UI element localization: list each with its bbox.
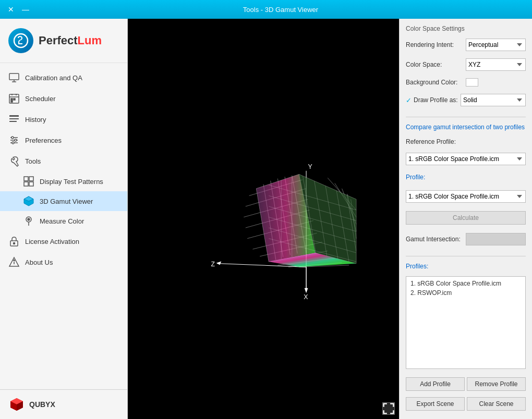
sidebar-label-license-activation: License Activation xyxy=(25,238,79,245)
color-space-row: Color Space: XYZ xyxy=(406,58,526,71)
scene-action-row: Export Scene Clear Scene xyxy=(406,397,526,411)
rendering-intent-select[interactable]: Perceptual xyxy=(466,39,526,51)
svg-text:X: X xyxy=(304,293,308,301)
export-scene-button[interactable]: Export Scene xyxy=(406,397,465,411)
svg-point-0 xyxy=(14,34,28,47)
background-color-label: Background Color: xyxy=(406,79,466,86)
svg-rect-21 xyxy=(29,177,33,181)
sidebar-item-preferences[interactable]: Preferences xyxy=(0,130,127,151)
sidebar-item-license-activation[interactable]: License Activation xyxy=(0,231,127,252)
titlebar: ✕ — Tools - 3D Gamut Viewer xyxy=(0,0,532,19)
profiles-list: 1. sRGB Color Space Profile.icm 2. RSWOP… xyxy=(406,276,526,369)
3d-viewer: Y Z X xyxy=(128,19,399,419)
profile-select[interactable]: 1. sRGB Color Space Profile.icm xyxy=(406,190,526,203)
compare-gamut-link[interactable]: Compare gamut intersection of two profil… xyxy=(406,124,526,131)
sidebar-item-measure-color[interactable]: Measure Color xyxy=(0,211,127,231)
svg-rect-20 xyxy=(24,177,28,181)
sidebar-item-about-us[interactable]: About Us xyxy=(0,252,127,273)
svg-point-18 xyxy=(15,139,17,141)
gamut-intersection-row: Gamut Intersection: xyxy=(406,233,526,245)
sidebar-label-calibration: Calibration and QA xyxy=(25,74,82,82)
logo-lum: Lum xyxy=(78,34,102,47)
svg-rect-12 xyxy=(9,118,19,119)
background-color-row: Background Color: xyxy=(406,78,526,87)
sidebar-item-3d-gamut-viewer[interactable]: 3D Gamut Viewer xyxy=(0,191,127,211)
reference-profile-label: Reference Profile: xyxy=(406,138,466,145)
right-panel: Color Space Settings Rendering Intent: P… xyxy=(399,19,532,419)
svg-rect-22 xyxy=(24,182,28,186)
svg-text:Y: Y xyxy=(308,163,312,170)
grid-icon xyxy=(23,176,34,187)
history-icon xyxy=(8,114,20,125)
sidebar-label-preferences: Preferences xyxy=(25,137,62,144)
qubyx-cube-icon xyxy=(8,396,25,413)
svg-point-19 xyxy=(12,142,14,144)
svg-rect-11 xyxy=(9,115,19,117)
logo-text: PerfectLum xyxy=(39,34,102,47)
profile-list-item-1[interactable]: 1. sRGB Color Space Profile.icm xyxy=(408,279,523,288)
svg-point-30 xyxy=(14,243,15,244)
gamut-intersection-value xyxy=(466,233,526,245)
svg-point-28 xyxy=(28,218,30,220)
reference-profile-row: Reference Profile: xyxy=(406,138,526,145)
svg-marker-41 xyxy=(216,261,222,265)
svg-rect-9 xyxy=(14,98,15,100)
lock-icon xyxy=(8,236,20,247)
logo-icon xyxy=(8,28,33,53)
sidebar-item-tools[interactable]: Tools xyxy=(0,151,127,171)
calculate-button[interactable]: Calculate xyxy=(406,211,526,225)
info-icon xyxy=(8,256,20,268)
sidebar-item-calibration[interactable]: Calibration and QA xyxy=(0,67,127,88)
minimize-button[interactable]: — xyxy=(21,5,30,14)
svg-rect-23 xyxy=(29,182,33,186)
svg-point-33 xyxy=(14,260,15,261)
profile-label: Profile: xyxy=(406,174,425,181)
qubyx-logo-area: QUBYX xyxy=(0,389,127,419)
draw-profile-row: ✓ Draw Profile as: Solid xyxy=(406,94,526,106)
add-profile-button[interactable]: Add Profile xyxy=(406,377,465,391)
reference-profile-dropdown-row: 1. sRGB Color Space Profile.icm xyxy=(406,153,526,165)
divider-2 xyxy=(406,256,526,256)
svg-rect-10 xyxy=(11,101,13,102)
fullscreen-button[interactable] xyxy=(382,402,395,415)
draw-profile-select[interactable]: Solid xyxy=(461,94,526,106)
sidebar-label-scheduler: Scheduler xyxy=(25,95,56,103)
sidebar-item-display-test-patterns[interactable]: Display Test Patterns xyxy=(0,171,127,191)
svg-rect-13 xyxy=(9,121,17,122)
calendar-icon xyxy=(8,93,20,104)
color-space-settings-title: Color Space Settings xyxy=(406,25,526,32)
eyedropper-icon xyxy=(23,215,34,227)
sidebar: PerfectLum Calibration and QA xyxy=(0,19,128,419)
rendering-intent-label: Rendering Intent: xyxy=(406,41,466,48)
color-space-label: Color Space: xyxy=(406,61,466,68)
tools-icon xyxy=(8,155,20,167)
sidebar-label-about-us: About Us xyxy=(25,258,53,266)
logo-perfect: Perfect xyxy=(39,34,78,47)
svg-rect-1 xyxy=(9,73,19,80)
svg-point-17 xyxy=(11,137,14,139)
logo-area: PerfectLum xyxy=(0,19,127,63)
sidebar-label-3d-gamut-viewer: 3D Gamut Viewer xyxy=(40,198,93,205)
sidebar-label-tools: Tools xyxy=(25,157,41,165)
sidebar-item-history[interactable]: History xyxy=(0,109,127,130)
draw-profile-label: Draw Profile as: xyxy=(414,96,461,104)
sidebar-label-measure-color: Measure Color xyxy=(40,217,84,225)
background-color-picker[interactable] xyxy=(466,78,478,87)
gamut-intersection-label: Gamut Intersection: xyxy=(406,236,466,243)
sidebar-item-scheduler[interactable]: Scheduler xyxy=(0,88,127,109)
monitor-icon xyxy=(8,72,20,83)
draw-profile-check-icon[interactable]: ✓ xyxy=(406,96,412,104)
svg-marker-44 xyxy=(305,288,308,293)
clear-scene-button[interactable]: Clear Scene xyxy=(467,397,526,411)
remove-profile-button[interactable]: Remove Profile xyxy=(467,377,526,391)
profile-action-row: Add Profile Remove Profile xyxy=(406,377,526,391)
svg-text:Z: Z xyxy=(211,261,215,268)
color-space-select[interactable]: XYZ xyxy=(466,58,526,71)
rendering-intent-row: Rendering Intent: Perceptual xyxy=(406,39,526,51)
profile-row: Profile: xyxy=(406,174,526,183)
profile-list-item-2[interactable]: 2. RSWOP.icm xyxy=(408,288,523,298)
profile-dropdown-row: 1. sRGB Color Space Profile.icm xyxy=(406,190,526,203)
close-button[interactable]: ✕ xyxy=(6,5,16,14)
reference-profile-select[interactable]: 1. sRGB Color Space Profile.icm xyxy=(406,153,526,165)
nav-list: Calibration and QA Scheduler xyxy=(0,63,127,389)
